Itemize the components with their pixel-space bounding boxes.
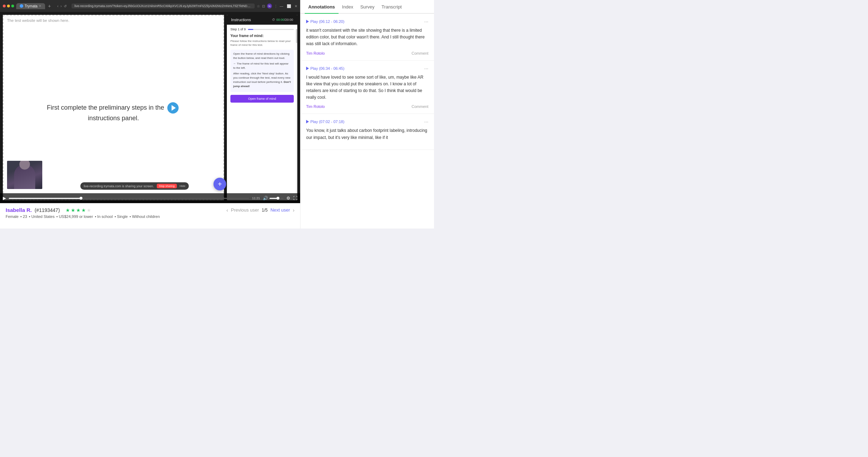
timer-total: 20:00 bbox=[285, 18, 293, 22]
user-children: Without children bbox=[132, 214, 160, 219]
ann-text-1: it wasn't consistent with the site showi… bbox=[306, 27, 428, 48]
refresh-button[interactable]: ↺ bbox=[64, 4, 67, 8]
tab-annotations[interactable]: Annotations bbox=[305, 0, 339, 14]
ann-header-1: Play (06:12 - 06:20) ··· bbox=[306, 19, 428, 24]
browser-max-dot[interactable] bbox=[11, 5, 14, 7]
stop-sharing-button[interactable]: Stop sharing bbox=[157, 184, 177, 188]
webcam-person bbox=[7, 161, 42, 189]
volume-icon[interactable]: 🔊 bbox=[263, 196, 268, 201]
instructions-body: Step 1 of 9 Your frame of mind: Please f… bbox=[227, 25, 297, 200]
window-minimize-button[interactable]: — bbox=[280, 4, 283, 8]
instructions-panel: Instructions ⏱ 00:00/20:00 Step 1 of 9 bbox=[227, 15, 297, 200]
fullscreen-icon[interactable]: ⛶ bbox=[293, 196, 297, 201]
volume-bar[interactable] bbox=[269, 198, 284, 199]
browser-close-dot[interactable] bbox=[3, 5, 6, 7]
instructions-box: Open the frame of mind directions by cli… bbox=[230, 50, 294, 92]
tab-transcript[interactable]: Transcript bbox=[378, 0, 405, 14]
video-controls: ▶ 11:21 🔊 ⚙ ⛶ bbox=[0, 193, 300, 203]
forward-button[interactable]: › bbox=[61, 4, 62, 8]
annotation-item-3: Play (07:02 - 07:18) ··· You know, it ju… bbox=[300, 114, 434, 150]
annotation-tabs: Annotations Index Survey Transcript bbox=[300, 0, 434, 14]
ann-more-button-3[interactable]: ··· bbox=[424, 119, 428, 124]
profile-icon[interactable]: N bbox=[267, 4, 272, 8]
right-panel: Annotations Index Survey Transcript Play… bbox=[300, 0, 434, 228]
url-bar[interactable]: live-recording.trymata.com/?token=eyJhbG… bbox=[72, 4, 255, 8]
star-4: ★ bbox=[81, 207, 86, 213]
instruction-text: First complete the preliminary steps in … bbox=[47, 102, 180, 114]
user-details: Female • 23 • United States • US$24,999 … bbox=[6, 214, 294, 219]
ann-play-label-3: Play (07:02 - 07:18) bbox=[310, 120, 345, 124]
prev-user-label[interactable]: Previous user bbox=[231, 207, 259, 213]
hide-button[interactable]: Hide bbox=[180, 184, 185, 188]
star-rating: ★ ★ ★ ★ ★ bbox=[66, 207, 91, 213]
annotations-list: Play (06:12 - 06:20) ··· it wasn't consi… bbox=[300, 14, 434, 228]
ann-type-1: Comment bbox=[411, 51, 428, 55]
menu-icon[interactable]: ⋮ bbox=[274, 4, 278, 8]
user-education: In school bbox=[97, 214, 113, 219]
browser-actions: ☆ ⊡ N ⋮ bbox=[257, 4, 278, 8]
star-1: ★ bbox=[66, 207, 70, 213]
extensions-icon[interactable]: ⊡ bbox=[262, 4, 265, 8]
play-triangle-icon-3 bbox=[306, 120, 309, 123]
user-country: United States bbox=[31, 214, 55, 219]
ann-text-2: I would have loved to see some sort of l… bbox=[306, 74, 428, 101]
browser-tabs: Trymata ✕ + bbox=[16, 3, 52, 9]
open-frame-button[interactable]: Open frame of mind bbox=[230, 95, 294, 103]
prev-user-button[interactable]: ‹ bbox=[227, 207, 228, 213]
play-button[interactable]: ▶ bbox=[3, 196, 6, 201]
annotation-item: Play (06:12 - 06:20) ··· it wasn't consi… bbox=[300, 14, 434, 61]
frame-of-mind-title: Your frame of mind: bbox=[230, 34, 294, 38]
new-tab-button[interactable]: + bbox=[46, 3, 52, 9]
timer-icon: ⏱ bbox=[272, 18, 275, 22]
play-icon-inline bbox=[167, 102, 179, 114]
progress-bar[interactable] bbox=[9, 198, 249, 199]
box-line2: ← The frame of mind for this test will a… bbox=[233, 62, 291, 70]
ann-footer-2: Tim Rotolo Comment bbox=[306, 104, 428, 109]
ann-play-button-2[interactable]: Play (06:34 - 06:45) bbox=[306, 66, 345, 71]
next-user-button[interactable]: › bbox=[293, 207, 294, 213]
ann-author-2: Tim Rotolo bbox=[306, 104, 325, 109]
timer-current: 00:00 bbox=[276, 18, 284, 22]
step-indicator: Step 1 of 9 bbox=[230, 28, 294, 31]
sharing-text: live-recording.trymata.com is sharing yo… bbox=[84, 184, 154, 188]
timer-text: 00:00/20:00 bbox=[276, 18, 293, 22]
tab-close-icon[interactable]: ✕ bbox=[39, 4, 42, 8]
progress-dot bbox=[80, 197, 82, 200]
window-restore-button[interactable]: ⬜ bbox=[287, 4, 291, 8]
volume-area: 🔊 bbox=[263, 196, 284, 201]
step-progress-fill bbox=[248, 29, 254, 30]
time-display: 11:21 bbox=[252, 196, 260, 200]
instruction-text-line2: instructions panel. bbox=[88, 114, 139, 123]
browser-min-dot[interactable] bbox=[7, 5, 10, 7]
ann-play-button-3[interactable]: Play (07:02 - 07:18) bbox=[306, 120, 345, 124]
volume-dot bbox=[277, 197, 279, 200]
browser-tab-active[interactable]: Trymata ✕ bbox=[16, 3, 45, 9]
video-content: The test website will be shown here. Fir… bbox=[0, 12, 300, 203]
ann-more-button-2[interactable]: ··· bbox=[424, 66, 428, 71]
settings-icon[interactable]: ⚙ bbox=[286, 196, 290, 201]
window-close-button[interactable]: ✕ bbox=[294, 4, 297, 8]
tab-index[interactable]: Index bbox=[339, 0, 357, 14]
back-button[interactable]: ‹ bbox=[57, 4, 58, 8]
scrollbar-thumb bbox=[296, 29, 297, 43]
fab-button[interactable]: + bbox=[213, 178, 226, 190]
star-3: ★ bbox=[76, 207, 81, 213]
webcam-feed bbox=[7, 161, 42, 189]
instructions-scrollbar[interactable] bbox=[296, 29, 297, 200]
progress-fill bbox=[9, 198, 81, 199]
instructions-header: Instructions ⏱ 00:00/20:00 bbox=[227, 15, 297, 25]
person-silhouette bbox=[14, 164, 35, 189]
ann-more-button-1[interactable]: ··· bbox=[424, 19, 428, 24]
user-status: Single bbox=[117, 214, 128, 219]
user-gender: Female bbox=[6, 214, 19, 219]
sharing-bar: live-recording.trymata.com is sharing yo… bbox=[46, 182, 223, 190]
next-user-label[interactable]: Next user bbox=[271, 207, 290, 213]
ann-play-button-1[interactable]: Play (06:12 - 06:20) bbox=[306, 19, 345, 24]
ann-text-3: You know, it just talks about carbon foo… bbox=[306, 127, 428, 141]
timer: ⏱ 00:00/20:00 bbox=[272, 18, 293, 22]
browser-chrome: Trymata ✕ + ‹ › ↺ live-recording.trymata… bbox=[0, 0, 300, 12]
ann-type-2: Comment bbox=[411, 104, 428, 109]
tab-survey[interactable]: Survey bbox=[357, 0, 378, 14]
bookmark-icon[interactable]: ☆ bbox=[257, 4, 260, 8]
browser-dots bbox=[3, 5, 14, 7]
